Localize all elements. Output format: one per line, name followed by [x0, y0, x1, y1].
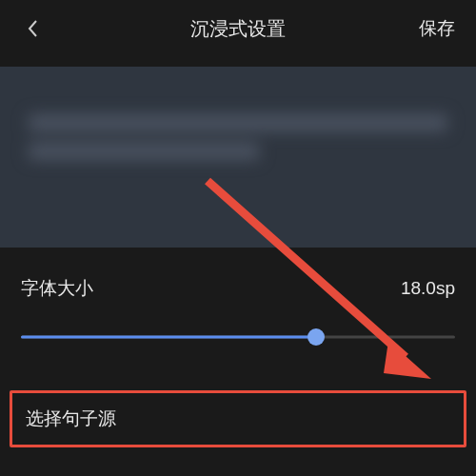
chevron-left-icon	[26, 18, 39, 39]
font-size-section: 字体大小 18.0sp	[0, 248, 476, 356]
select-sentence-source[interactable]: 选择句子源	[10, 390, 466, 447]
back-button[interactable]	[21, 17, 44, 40]
slider-thumb[interactable]	[307, 328, 325, 346]
slider-fill	[21, 336, 316, 339]
save-button[interactable]: 保存	[419, 16, 455, 41]
page-title: 沉浸式设置	[190, 16, 286, 42]
font-size-slider[interactable]	[21, 327, 455, 347]
font-size-label: 字体大小	[21, 276, 93, 301]
preview-area	[0, 67, 476, 248]
preview-text-blurred	[29, 114, 447, 171]
header: 沉浸式设置 保存	[0, 0, 476, 57]
select-source-label: 选择句子源	[26, 407, 450, 431]
font-size-row: 字体大小 18.0sp	[21, 276, 455, 301]
font-size-value: 18.0sp	[401, 278, 455, 299]
